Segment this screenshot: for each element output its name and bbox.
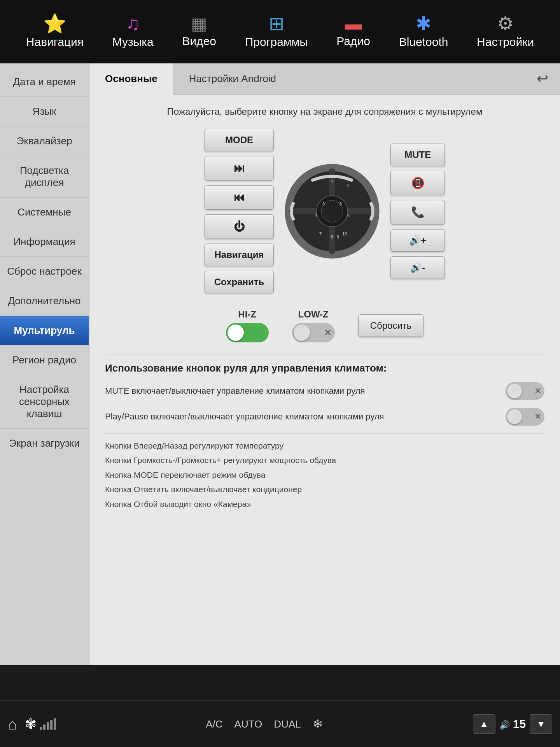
info-line-0: Кнопки Вперед/Назад регулируют температу…: [105, 440, 544, 451]
climate-mute-toggle[interactable]: ✕: [506, 382, 544, 400]
bluetooth-label: Bluetooth: [399, 35, 448, 49]
svg-text:3: 3: [322, 202, 325, 206]
climate-title: Использование кнопок руля для управления…: [105, 362, 544, 374]
save-button[interactable]: Сохранить: [205, 271, 274, 293]
settings-icon-item[interactable]: ⚙ Настройки: [477, 14, 534, 49]
fan-control: ✾: [25, 716, 56, 732]
apps-icon-item[interactable]: ⊞ Программы: [245, 14, 308, 49]
dual-label: DUAL: [274, 718, 301, 730]
music-icon-item[interactable]: ♫ Музыка: [112, 14, 154, 49]
volume-up-button[interactable]: ▲: [473, 714, 495, 734]
tab-osnovnye[interactable]: Основные: [89, 63, 173, 95]
hi-z-toggle[interactable]: ✓: [226, 323, 269, 342]
bottom-left-group: ⌂ ✾: [8, 715, 56, 733]
low-z-group: LOW-Z ✕: [292, 309, 335, 342]
navigation-button[interactable]: Навигация: [205, 244, 274, 266]
bluetooth-icon-item[interactable]: ✱ Bluetooth: [399, 14, 448, 49]
top-bar: ⭐ Навигация ♫ Музыка ▦ Видео ⊞ Программы…: [0, 0, 560, 63]
video-label: Видео: [182, 35, 216, 48]
nav-icon-item[interactable]: ⭐ Навигация: [26, 14, 84, 49]
sidebar-item-touch-settings[interactable]: Настройка сенсорных клавиш: [0, 375, 89, 429]
low-z-x-icon: ✕: [324, 327, 332, 338]
fan-bar-5: [54, 718, 56, 730]
volume-display: 🔊 15: [499, 717, 526, 731]
sidebar-item-language[interactable]: Язык: [0, 97, 89, 126]
sidebar-item-multiwheel[interactable]: Мультируль: [0, 316, 89, 345]
svg-text:4: 4: [346, 183, 349, 188]
right-buttons-group: MUTE 📵 📞 🔊+ 🔊-: [390, 144, 445, 279]
vol-down-button[interactable]: 🔊-: [390, 256, 445, 279]
nav-icon: ⭐: [43, 14, 66, 33]
hi-z-label: HI-Z: [238, 309, 256, 320]
sidebar-item-date-time[interactable]: Дата и время: [0, 67, 89, 97]
fan-bar-1: [40, 727, 42, 730]
climate-row-play: Play/Pause включает/выключает управление…: [105, 408, 544, 426]
call-start-button[interactable]: 📞: [390, 200, 445, 224]
sidebar-item-radio-region[interactable]: Регион радио: [0, 345, 89, 375]
content-area: Пожалуйста, выберите кнопку на экране дл…: [89, 95, 560, 665]
sidebar-item-backlight[interactable]: Подсветка дисплея: [0, 156, 89, 198]
fan-icon: ✾: [25, 716, 37, 732]
climate-play-toggle[interactable]: ✕: [506, 408, 544, 426]
hi-z-knob: [228, 324, 244, 341]
svg-text:9: 9: [337, 235, 339, 239]
radio-label: Радио: [336, 35, 370, 48]
svg-text:8: 8: [331, 235, 333, 239]
video-icon: ▦: [191, 15, 207, 32]
climate-row-mute: MUTE включает/выключает управление клима…: [105, 382, 544, 400]
bluetooth-icon: ✱: [416, 14, 431, 33]
settings-icon: ⚙: [497, 14, 514, 33]
climate-mute-text: MUTE включает/выключает управление клима…: [105, 386, 498, 396]
sidebar-item-system[interactable]: Системные: [0, 198, 89, 227]
next-button[interactable]: ⏭: [205, 156, 274, 181]
call-end-button[interactable]: 📵: [390, 171, 445, 195]
prev-button[interactable]: ⏮: [205, 185, 274, 210]
climate-play-text: Play/Pause включает/выключает управление…: [105, 412, 498, 422]
sidebar-item-reset[interactable]: Сброс настроек: [0, 257, 89, 286]
vol-up-button[interactable]: 🔊+: [390, 229, 445, 252]
reset-button[interactable]: Сбросить: [358, 314, 424, 337]
mute-button[interactable]: MUTE: [390, 144, 445, 166]
bottom-right-group: ▲ 🔊 15 ▼: [473, 714, 552, 734]
video-icon-item[interactable]: ▦ Видео: [182, 15, 216, 48]
music-icon: ♫: [126, 14, 140, 33]
climate-mute-x-icon: ✕: [534, 386, 541, 396]
instruction-text: Пожалуйста, выберите кнопку на экране дл…: [105, 106, 544, 117]
low-z-label: LOW-Z: [298, 309, 329, 320]
volume-down-button[interactable]: ▼: [530, 714, 552, 734]
climate-icon: ❄: [313, 717, 323, 731]
sidebar-item-equalizer[interactable]: Эквалайзер: [0, 126, 89, 156]
climate-section: Использование кнопок руля для управления…: [105, 354, 544, 510]
svg-text:2: 2: [315, 213, 317, 218]
steering-section: MODE ⏭ ⏮ ⏻ Навигация Сохранить: [105, 129, 544, 293]
main-content: Дата и время Язык Эквалайзер Подсветка д…: [0, 63, 560, 665]
radio-icon-item[interactable]: ▬ Радио: [336, 15, 370, 48]
nav-label: Навигация: [26, 35, 84, 49]
fan-bar-4: [50, 720, 52, 730]
climate-mute-knob: [507, 384, 522, 398]
home-icon[interactable]: ⌂: [8, 715, 17, 733]
bottom-bar: ⌂ ✾ A/C AUTO DUAL ❄ ▲ 🔊 15 ▼: [0, 700, 560, 747]
sidebar-item-extra[interactable]: Дополнительно: [0, 286, 89, 316]
mode-button[interactable]: MODE: [205, 129, 274, 151]
back-button[interactable]: ↩: [525, 63, 560, 94]
power-button[interactable]: ⏻: [205, 214, 274, 239]
tab-android[interactable]: Настройки Android: [173, 63, 292, 94]
svg-text:5: 5: [347, 213, 350, 218]
music-label: Музыка: [112, 35, 154, 49]
right-panel: Основные Настройки Android ↩ Пожалуйста,…: [89, 63, 560, 665]
fan-bar-3: [47, 722, 49, 730]
tabs-row: Основные Настройки Android ↩: [89, 63, 560, 95]
apps-label: Программы: [245, 35, 308, 49]
svg-text:7: 7: [319, 231, 322, 236]
ac-button[interactable]: A/C: [206, 718, 222, 730]
steering-wheel-graphic: 1 4 3 6 2 5 7 8 9 10: [282, 161, 383, 262]
fan-bars: [40, 718, 56, 730]
radio-icon: ▬: [345, 15, 362, 32]
bottom-center-group: A/C AUTO DUAL ❄: [206, 717, 323, 731]
sidebar-item-load-screen[interactable]: Экран загрузки: [0, 429, 89, 458]
sidebar-item-info[interactable]: Информация: [0, 227, 89, 257]
sidebar: Дата и время Язык Эквалайзер Подсветка д…: [0, 63, 89, 665]
left-buttons-group: MODE ⏭ ⏮ ⏻ Навигация Сохранить: [205, 129, 274, 293]
low-z-toggle[interactable]: ✕: [292, 323, 335, 342]
